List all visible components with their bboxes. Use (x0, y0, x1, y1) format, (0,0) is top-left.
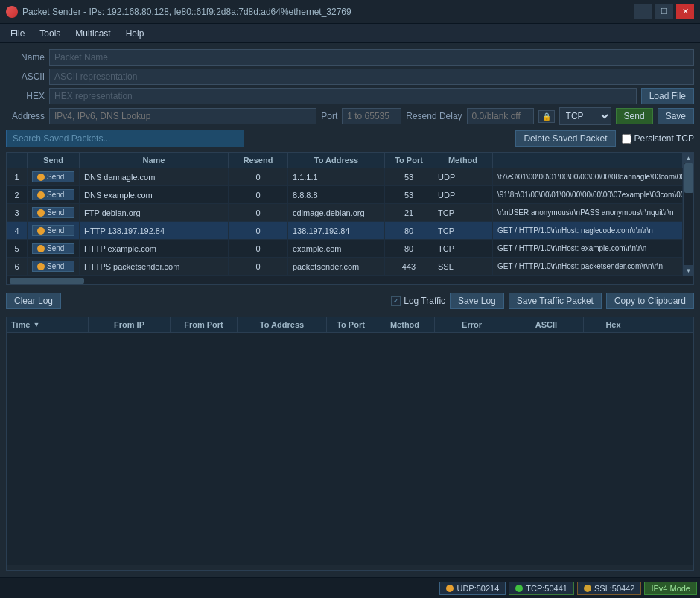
send-icon (37, 209, 45, 217)
send-button[interactable]: Send (616, 108, 653, 124)
titlebar-controls: – ☐ ✕ (634, 4, 694, 19)
udp-label: UDP:50214 (456, 584, 499, 593)
log-col-hex: Hex (584, 317, 643, 332)
minimize-button[interactable]: – (634, 4, 652, 19)
ipv4-status[interactable]: IPv4 Mode (644, 582, 697, 595)
scroll-up-button[interactable]: ▲ (684, 153, 694, 163)
send-row-button[interactable]: Send (32, 207, 74, 218)
menu-tools[interactable]: Tools (32, 26, 68, 41)
row-resend: 0 (229, 204, 288, 221)
table-row[interactable]: 4 Send HTTP 138.197.192.84 0 138.197.192… (7, 222, 683, 240)
search-input[interactable] (6, 130, 244, 147)
udp-status: UDP:50214 (439, 582, 506, 595)
persistent-tcp-checkbox[interactable] (622, 134, 631, 144)
hex-row: HEX Load File (6, 88, 694, 104)
port-input[interactable] (342, 108, 401, 124)
hscroll-thumb[interactable] (10, 278, 84, 284)
save-log-button[interactable]: Save Log (450, 293, 504, 309)
send-row-button[interactable]: Send (32, 171, 74, 182)
save-button[interactable]: Save (658, 108, 694, 124)
table-row[interactable]: 6 Send HTTPS packetsender.com 0 packetse… (7, 258, 683, 276)
load-file-button[interactable]: Load File (641, 88, 694, 104)
table-row[interactable]: 2 Send DNS example.com 0 8.8.8.8 53 UDP … (7, 186, 683, 204)
copy-to-clipboard-button[interactable]: Copy to Clipboard (606, 293, 694, 309)
saved-table-header: Send Name Resend To Address To Port Meth… (7, 153, 683, 168)
titlebar-left: Packet Sender - IPs: 192.168.80.128, fe8… (6, 6, 351, 18)
col-method: Method (433, 153, 493, 168)
send-row-button[interactable]: Send (32, 261, 74, 272)
titlebar: Packet Sender - IPs: 192.168.80.128, fe8… (0, 0, 700, 24)
saved-table-wrapper: Send Name Resend To Address To Port Meth… (7, 153, 693, 276)
row-resend: 0 (229, 168, 288, 185)
row-to-address: packetsender.com (288, 258, 385, 275)
send-icon (37, 263, 45, 270)
table-row[interactable]: 3 Send FTP debian.org 0 cdimage.debian.o… (7, 204, 683, 222)
col-send: Send (28, 153, 80, 168)
hex-input[interactable] (49, 88, 637, 104)
menu-multicast[interactable]: Multicast (68, 26, 118, 41)
protocol-select[interactable]: TCP UDP SSL (559, 107, 611, 125)
packet-form: Name ASCII HEX Load File Address Port Re… (6, 49, 694, 125)
send-row-button[interactable]: Send (32, 243, 74, 254)
table-row[interactable]: 5 Send HTTP example.com 0 example.com 80… (7, 240, 683, 258)
row-num: 2 (7, 186, 28, 203)
row-data: \91\8b\01\00\00\01\00\00\00\00\00\07exam… (493, 186, 683, 203)
clear-log-button[interactable]: Clear Log (6, 293, 61, 309)
row-num: 5 (7, 240, 28, 257)
udp-icon (446, 585, 454, 592)
resend-input[interactable] (467, 108, 534, 124)
row-num: 4 (7, 222, 28, 239)
persistent-tcp-label: Persistent TCP (634, 133, 694, 144)
send-row-button[interactable]: Send (32, 189, 74, 200)
titlebar-title: Packet Sender - IPs: 192.168.80.128, fe8… (22, 7, 351, 17)
log-controls: Clear Log ✓ Log Traffic Save Log Save Tr… (6, 290, 694, 312)
address-input[interactable] (49, 108, 316, 124)
name-input[interactable] (49, 49, 694, 66)
table-row[interactable]: 1 Send DNS dannagle.com 0 1.1.1.1 53 UDP… (7, 168, 683, 186)
log-col-from-ip: From IP (89, 317, 171, 332)
send-icon (37, 227, 45, 235)
sort-icon[interactable]: ▼ (33, 321, 39, 328)
name-label: Name (6, 52, 45, 63)
saved-packets-table: Send Name Resend To Address To Port Meth… (6, 152, 694, 285)
address-row: Address Port Resend Delay 🔒 TCP UDP SSL … (6, 107, 694, 125)
send-row-button[interactable]: Send (32, 225, 74, 236)
row-send[interactable]: Send (28, 240, 80, 257)
row-send[interactable]: Send (28, 186, 80, 203)
scroll-thumb[interactable] (684, 163, 693, 193)
ascii-row: ASCII (6, 69, 694, 85)
log-traffic-checkbox-box[interactable]: ✓ (391, 296, 401, 306)
row-method: TCP (433, 204, 493, 221)
row-resend: 0 (229, 258, 288, 275)
menu-help[interactable]: Help (118, 26, 152, 41)
saved-table-scrollbar[interactable]: ▲ ▼ (683, 153, 693, 276)
row-send[interactable]: Send (28, 168, 80, 185)
log-col-method: Method (375, 317, 435, 332)
save-traffic-packet-button[interactable]: Save Traffic Packet (509, 293, 602, 309)
row-to-address: cdimage.debian.org (288, 204, 385, 221)
resend-label: Resend Delay (406, 111, 462, 121)
row-to-port: 80 (385, 240, 433, 257)
name-row: Name (6, 49, 694, 66)
scroll-down-button[interactable]: ▼ (684, 265, 694, 276)
log-table-header: Time ▼ From IP From Port To Address To P… (7, 317, 693, 333)
ssl-label: SSL:50442 (594, 584, 634, 593)
row-send[interactable]: Send (28, 258, 80, 275)
row-name: HTTPS packetsender.com (80, 258, 229, 275)
saved-table-hscroll[interactable] (7, 276, 693, 284)
saved-table-body: 1 Send DNS dannagle.com 0 1.1.1.1 53 UDP… (7, 168, 683, 276)
menu-file[interactable]: File (3, 26, 32, 41)
log-traffic-label: Log Traffic (404, 296, 445, 306)
log-traffic-checkbox-label[interactable]: ✓ Log Traffic (391, 296, 445, 306)
row-name: HTTP example.com (80, 240, 229, 257)
ascii-input[interactable] (49, 69, 694, 85)
maximize-button[interactable]: ☐ (655, 4, 673, 19)
row-num: 3 (7, 204, 28, 221)
delete-saved-packet-button[interactable]: Delete Saved Packet (515, 130, 615, 147)
row-send[interactable]: Send (28, 204, 80, 221)
send-icon (37, 245, 45, 252)
row-send[interactable]: Send (28, 222, 80, 239)
lock-icon: 🔒 (542, 112, 551, 121)
close-button[interactable]: ✕ (676, 4, 694, 19)
row-to-port: 443 (385, 258, 433, 275)
